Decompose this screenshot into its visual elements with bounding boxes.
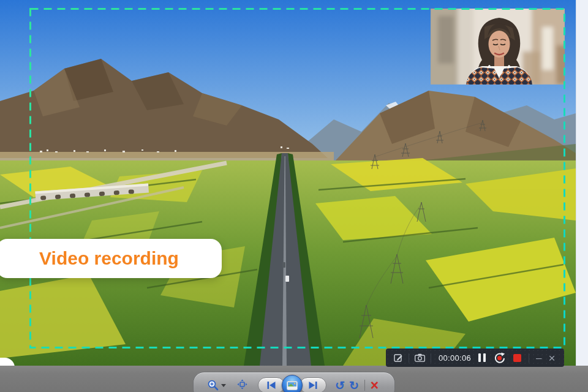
next-icon (309, 382, 317, 389)
viewer-background-strip (576, 0, 588, 366)
photo-viewer-toolbar: ↺ ↻ × (193, 372, 395, 392)
edit-button[interactable] (394, 353, 403, 363)
previous-button[interactable] (258, 377, 285, 392)
pause-icon (478, 353, 481, 362)
camera-icon (415, 353, 425, 362)
restart-record-button[interactable] (494, 352, 505, 364)
rotate-right-button[interactable]: ↻ (349, 380, 359, 391)
close-button[interactable]: × (548, 352, 555, 364)
next-button[interactable] (300, 377, 326, 392)
divider (529, 353, 529, 363)
recording-timer: 00:00:06 (439, 353, 471, 363)
mode-label: Video recording (39, 248, 179, 269)
divider (431, 353, 431, 363)
rotate-left-button[interactable]: ↺ (335, 380, 345, 391)
zoom-icon (207, 379, 219, 391)
actual-size-icon (237, 379, 247, 390)
zoom-button[interactable] (207, 379, 226, 391)
slideshow-icon (287, 381, 298, 390)
recording-toolbar: 00:00:06 – × (386, 349, 564, 367)
divider (364, 380, 365, 391)
edit-icon (394, 353, 403, 363)
slideshow-button[interactable] (282, 375, 303, 392)
zoom-caret-icon (221, 384, 226, 387)
previous-icon (267, 382, 276, 389)
actual-size-button[interactable] (237, 379, 247, 392)
screenshot-button[interactable] (415, 353, 425, 362)
webcam-video (431, 9, 565, 85)
mode-label-card: Video recording (0, 239, 222, 278)
delete-button[interactable]: × (371, 379, 379, 392)
webcam-overlay[interactable] (431, 9, 565, 85)
pause-button[interactable] (478, 353, 486, 362)
restart-record-icon (494, 352, 505, 364)
screen-capture-demo: Video recording 00:00:06 (0, 0, 588, 392)
minimize-button[interactable]: – (536, 353, 541, 363)
divider (409, 353, 409, 363)
stop-button[interactable] (513, 354, 521, 362)
